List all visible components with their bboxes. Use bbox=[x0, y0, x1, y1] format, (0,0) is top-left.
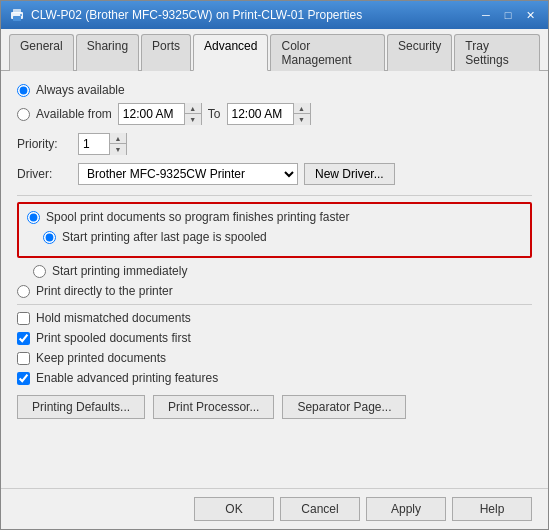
priority-up[interactable]: ▲ bbox=[110, 133, 126, 144]
printer-icon bbox=[9, 7, 25, 23]
time-from-up[interactable]: ▲ bbox=[185, 103, 201, 114]
print-spooled-row: Print spooled documents first bbox=[17, 331, 532, 345]
minimize-button[interactable]: ─ bbox=[476, 6, 496, 24]
maximize-button[interactable]: □ bbox=[498, 6, 518, 24]
time-from-down[interactable]: ▼ bbox=[185, 114, 201, 125]
spool-radio[interactable] bbox=[27, 211, 40, 224]
print-directly-radio[interactable] bbox=[17, 285, 30, 298]
time-to-down[interactable]: ▼ bbox=[294, 114, 310, 125]
tab-security[interactable]: Security bbox=[387, 34, 452, 71]
ok-button[interactable]: OK bbox=[194, 497, 274, 521]
keep-printed-label: Keep printed documents bbox=[36, 351, 166, 365]
driver-row: Driver: Brother MFC-9325CW Printer New D… bbox=[17, 163, 532, 185]
tab-general[interactable]: General bbox=[9, 34, 74, 71]
time-from-input[interactable] bbox=[119, 104, 184, 124]
cancel-button[interactable]: Cancel bbox=[280, 497, 360, 521]
start-after-last-radio[interactable] bbox=[43, 231, 56, 244]
hold-mismatched-label: Hold mismatched documents bbox=[36, 311, 191, 325]
priority-down[interactable]: ▼ bbox=[110, 144, 126, 155]
close-button[interactable]: ✕ bbox=[520, 6, 540, 24]
available-from-row: Available from ▲ ▼ To ▲ ▼ bbox=[17, 103, 532, 125]
start-immediately-radio[interactable] bbox=[33, 265, 46, 278]
tab-ports[interactable]: Ports bbox=[141, 34, 191, 71]
separator-page-button[interactable]: Separator Page... bbox=[282, 395, 406, 419]
title-text: CLW-P02 (Brother MFC-9325CW) on Print-CL… bbox=[31, 8, 362, 22]
always-available-row: Always available bbox=[17, 83, 532, 97]
driver-select[interactable]: Brother MFC-9325CW Printer bbox=[78, 163, 298, 185]
print-directly-row: Print directly to the printer bbox=[17, 284, 532, 298]
available-from-label: Available from bbox=[36, 107, 112, 121]
start-immediately-label: Start printing immediately bbox=[52, 264, 187, 278]
tabs-container: General Sharing Ports Advanced Color Man… bbox=[1, 29, 548, 71]
tab-color-management[interactable]: Color Management bbox=[270, 34, 385, 71]
enable-advanced-checkbox[interactable] bbox=[17, 372, 30, 385]
print-spooled-label: Print spooled documents first bbox=[36, 331, 191, 345]
time-to-up[interactable]: ▲ bbox=[294, 103, 310, 114]
svg-point-3 bbox=[20, 14, 22, 16]
time-to-spinner: ▲ ▼ bbox=[227, 103, 311, 125]
time-from-spinner: ▲ ▼ bbox=[118, 103, 202, 125]
tab-advanced[interactable]: Advanced bbox=[193, 34, 268, 71]
keep-printed-row: Keep printed documents bbox=[17, 351, 532, 365]
hold-mismatched-checkbox[interactable] bbox=[17, 312, 30, 325]
always-available-radio[interactable] bbox=[17, 84, 30, 97]
hold-mismatched-row: Hold mismatched documents bbox=[17, 311, 532, 325]
spool-label: Spool print documents so program finishe… bbox=[46, 210, 350, 224]
priority-input[interactable] bbox=[79, 134, 109, 154]
divider-2 bbox=[17, 304, 532, 305]
new-driver-button[interactable]: New Driver... bbox=[304, 163, 395, 185]
start-immediately-row: Start printing immediately bbox=[33, 264, 532, 278]
apply-button[interactable]: Apply bbox=[366, 497, 446, 521]
printing-defaults-button[interactable]: Printing Defaults... bbox=[17, 395, 145, 419]
print-spooled-checkbox[interactable] bbox=[17, 332, 30, 345]
available-from-radio[interactable] bbox=[17, 108, 30, 121]
spool-section: Spool print documents so program finishe… bbox=[17, 202, 532, 258]
enable-advanced-row: Enable advanced printing features bbox=[17, 371, 532, 385]
content-area: Always available Available from ▲ ▼ To ▲… bbox=[1, 71, 548, 488]
tab-tray-settings[interactable]: Tray Settings bbox=[454, 34, 540, 71]
to-label: To bbox=[208, 107, 221, 121]
spool-radio-row: Spool print documents so program finishe… bbox=[27, 210, 522, 224]
divider-1 bbox=[17, 195, 532, 196]
keep-printed-checkbox[interactable] bbox=[17, 352, 30, 365]
always-available-label: Always available bbox=[36, 83, 125, 97]
help-button[interactable]: Help bbox=[452, 497, 532, 521]
svg-rect-1 bbox=[13, 9, 21, 13]
enable-advanced-label: Enable advanced printing features bbox=[36, 371, 218, 385]
action-buttons-row: Printing Defaults... Print Processor... … bbox=[17, 395, 532, 419]
priority-spinner: ▲ ▼ bbox=[78, 133, 127, 155]
time-to-input[interactable] bbox=[228, 104, 293, 124]
svg-rect-2 bbox=[13, 16, 21, 21]
print-directly-label: Print directly to the printer bbox=[36, 284, 173, 298]
start-after-last-label: Start printing after last page is spoole… bbox=[62, 230, 267, 244]
title-bar: CLW-P02 (Brother MFC-9325CW) on Print-CL… bbox=[1, 1, 548, 29]
priority-label: Priority: bbox=[17, 137, 72, 151]
tab-sharing[interactable]: Sharing bbox=[76, 34, 139, 71]
driver-label: Driver: bbox=[17, 167, 72, 181]
priority-row: Priority: ▲ ▼ bbox=[17, 133, 532, 155]
properties-window: CLW-P02 (Brother MFC-9325CW) on Print-CL… bbox=[0, 0, 549, 530]
start-after-last-row: Start printing after last page is spoole… bbox=[43, 230, 522, 244]
print-processor-button[interactable]: Print Processor... bbox=[153, 395, 274, 419]
footer: OK Cancel Apply Help bbox=[1, 488, 548, 529]
